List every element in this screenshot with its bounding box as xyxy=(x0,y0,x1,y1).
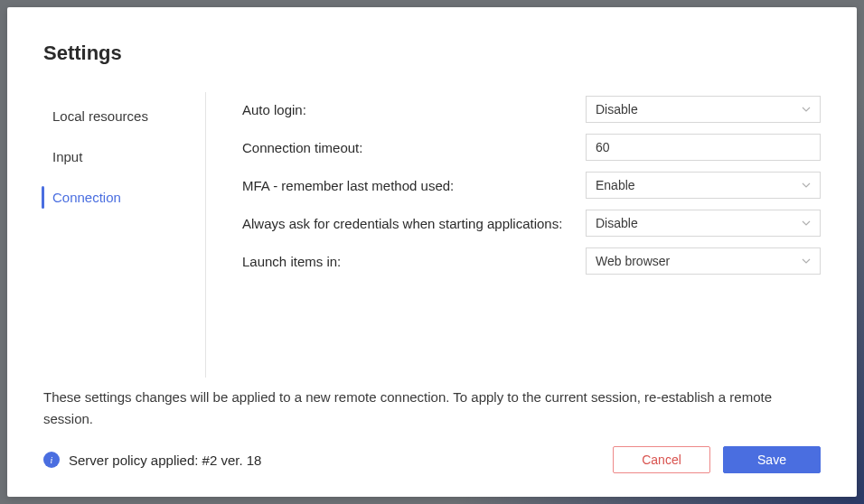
page-title: Settings xyxy=(43,42,821,65)
connection-timeout-label: Connection timeout: xyxy=(242,140,586,155)
mfa-remember-select[interactable]: Enable xyxy=(586,172,821,199)
settings-dialog: Settings Local resources Input Connectio… xyxy=(7,7,857,497)
select-value: Disable xyxy=(596,216,638,230)
mfa-remember-label: MFA - remember last method used: xyxy=(242,178,586,193)
chevron-down-icon xyxy=(802,216,811,230)
sidebar-item-connection[interactable]: Connection xyxy=(43,177,196,218)
ask-credentials-select[interactable]: Disable xyxy=(586,210,821,237)
cancel-button[interactable]: Cancel xyxy=(613,446,710,473)
connection-timeout-input[interactable] xyxy=(586,134,821,161)
launch-items-select[interactable]: Web browser xyxy=(586,247,821,275)
sidebar-item-label: Input xyxy=(52,149,82,164)
select-value: Enable xyxy=(596,178,635,192)
chevron-down-icon xyxy=(802,102,811,117)
chevron-down-icon xyxy=(802,178,811,192)
launch-items-label: Launch items in: xyxy=(242,254,586,269)
sidebar-item-local-resources[interactable]: Local resources xyxy=(43,96,196,136)
auto-login-select[interactable]: Disable xyxy=(586,96,821,123)
settings-sidebar: Local resources Input Connection xyxy=(43,92,206,378)
connection-form: Auto login: Disable Connection timeout: xyxy=(206,92,821,378)
select-value: Web browser xyxy=(596,254,670,268)
ask-credentials-label: Always ask for credentials when starting… xyxy=(242,216,586,231)
sidebar-item-input[interactable]: Input xyxy=(43,136,196,177)
select-value: Disable xyxy=(596,102,638,117)
chevron-down-icon xyxy=(802,254,811,268)
policy-text: Server policy applied: #2 ver. 18 xyxy=(69,453,261,468)
footer-note: These settings changes will be applied t… xyxy=(43,387,821,430)
info-icon: i xyxy=(43,452,60,468)
save-button[interactable]: Save xyxy=(723,446,821,473)
sidebar-item-label: Local resources xyxy=(52,108,148,124)
sidebar-item-label: Connection xyxy=(52,190,121,205)
auto-login-label: Auto login: xyxy=(242,102,586,117)
